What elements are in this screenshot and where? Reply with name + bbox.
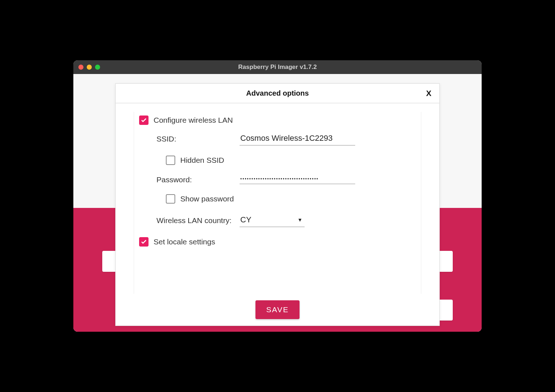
dialog-title: Advanced options — [246, 89, 309, 97]
set-locale-label: Set locale settings — [154, 238, 215, 246]
scroll-area: Configure wireless LAN SSID: Hidden SSID — [134, 112, 421, 294]
configure-wlan-checkbox[interactable] — [139, 116, 149, 125]
set-locale-checkbox[interactable] — [139, 237, 149, 247]
chevron-down-icon: ▼ — [297, 217, 302, 223]
app-window: Raspberry Pi Imager v1.7.2 Advanced opti… — [73, 60, 482, 332]
maximize-window-icon[interactable] — [95, 65, 100, 70]
close-window-icon[interactable] — [78, 65, 83, 70]
show-password-row: Show password — [166, 194, 414, 204]
window-title: Raspberry Pi Imager v1.7.2 — [73, 64, 482, 71]
dialog-body: Configure wireless LAN SSID: Hidden SSID — [116, 103, 439, 294]
hidden-ssid-label: Hidden SSID — [180, 156, 224, 165]
ssid-row: SSID: — [156, 132, 414, 145]
wlan-country-label: Wireless LAN country: — [156, 216, 240, 225]
wlan-country-row: Wireless LAN country: CY ▼ — [156, 214, 414, 227]
show-password-checkbox[interactable] — [166, 194, 175, 204]
password-label: Password: — [156, 175, 240, 184]
app-body: Advanced options X Configure wireless LA… — [73, 74, 482, 332]
hidden-ssid-checkbox[interactable] — [166, 156, 175, 165]
ssid-label: SSID: — [156, 135, 240, 143]
show-password-label: Show password — [180, 195, 234, 203]
titlebar: Raspberry Pi Imager v1.7.2 — [73, 60, 482, 74]
wlan-country-value: CY — [240, 215, 297, 225]
hidden-ssid-row: Hidden SSID — [166, 156, 414, 165]
check-icon — [141, 117, 147, 123]
wlan-country-select[interactable]: CY ▼ — [240, 214, 305, 227]
configure-wlan-row: Configure wireless LAN — [139, 116, 414, 125]
configure-wlan-label: Configure wireless LAN — [154, 116, 233, 125]
ssid-input[interactable] — [240, 132, 355, 145]
dialog-footer: SAVE — [116, 294, 439, 326]
minimize-window-icon[interactable] — [87, 65, 92, 70]
dialog-header: Advanced options X — [116, 84, 439, 103]
close-dialog-button[interactable]: X — [426, 89, 431, 98]
password-input[interactable] — [240, 175, 355, 184]
traffic-lights — [78, 65, 100, 70]
save-button[interactable]: SAVE — [255, 300, 300, 319]
check-icon — [141, 239, 147, 245]
advanced-options-dialog: Advanced options X Configure wireless LA… — [115, 83, 440, 326]
set-locale-row: Set locale settings — [139, 237, 414, 247]
password-row: Password: — [156, 175, 414, 184]
